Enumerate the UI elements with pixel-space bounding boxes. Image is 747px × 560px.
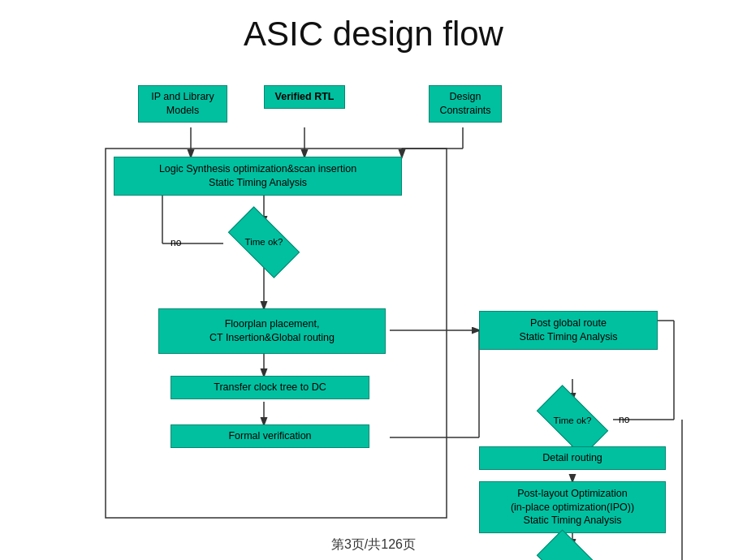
- time-ok-diamond-1: Time ok?: [221, 219, 307, 265]
- page-title: ASIC design flow: [0, 0, 747, 54]
- post-layout-box: Post-layout Optimization(in-place optimi…: [479, 481, 666, 533]
- diagram: IP and LibraryModels Verified RTL Design…: [65, 77, 682, 532]
- transfer-clock-box: Transfer clock tree to DC: [171, 376, 369, 399]
- formal-verification-box: Formal verification: [171, 424, 369, 448]
- footer: 第3页/共126页: [0, 536, 747, 554]
- verified-rtl-box: Verified RTL: [264, 85, 345, 109]
- time-ok-diamond-2: Time ok?: [529, 398, 615, 443]
- no-label-2: no: [619, 414, 629, 425]
- logic-synthesis-box: Logic Synthesis optimization&scan insert…: [114, 157, 402, 196]
- floorplan-box: Floorplan placement,CT Insertion&Global …: [158, 308, 386, 354]
- ip-library-box: IP and LibraryModels: [138, 85, 227, 123]
- no-label-1: no: [171, 237, 181, 248]
- detail-routing-box: Detail routing: [479, 446, 666, 470]
- design-constraints-box: DesignConstraints: [429, 85, 502, 123]
- post-global-route-box: Post global routeStatic Timing Analysis: [479, 311, 658, 350]
